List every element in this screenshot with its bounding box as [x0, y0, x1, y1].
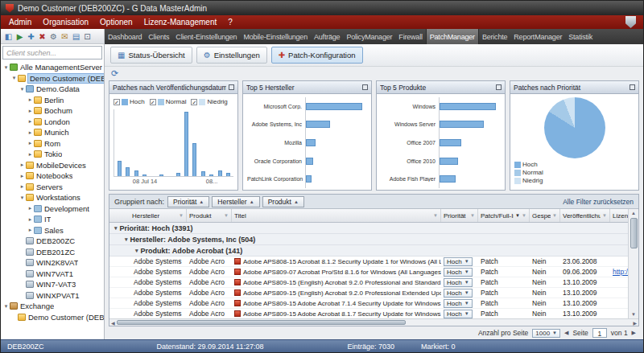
- column-header-gesperrt[interactable]: Gesperrt▼: [530, 209, 560, 222]
- tree-item-deb201zc[interactable]: DEB201ZC: [1, 247, 104, 258]
- table-row[interactable]: Adobe SystemsAdobe AcroAdobe APS809-15 A…: [109, 309, 628, 318]
- tree-expander-icon[interactable]: ▾: [2, 64, 10, 71]
- checkbox-icon[interactable]: ✓: [191, 99, 197, 105]
- scroll-down-icon[interactable]: ▼: [631, 310, 636, 318]
- column-header-lizenz-url[interactable]: Lizenz-Url▼: [610, 209, 628, 222]
- tree-expander-icon[interactable]: ▸: [19, 183, 26, 190]
- scroll-thumb[interactable]: [630, 218, 638, 248]
- tab-clients[interactable]: Clients: [145, 29, 172, 44]
- menu-item-lizenz-management[interactable]: Lizenz-Management: [138, 18, 223, 27]
- start-icon[interactable]: ▶: [14, 30, 25, 43]
- per-page-select[interactable]: 1000 ▼: [532, 329, 560, 338]
- table-row[interactable]: Adobe SystemsAdobe AcroAdobe APS808-15 A…: [109, 257, 628, 267]
- tree-item-alle-managementserver[interactable]: ▾Alle ManagementServer: [1, 62, 104, 73]
- column-header-hersteller[interactable]: Hersteller▼: [109, 209, 187, 222]
- table-row[interactable]: Adobe SystemsAdobe AcroAdobe APS809-15 (…: [109, 277, 628, 288]
- checkbox-icon[interactable]: ✓: [114, 99, 120, 105]
- tree-item-workstations[interactable]: ▾Workstations: [1, 192, 104, 203]
- filter-icon[interactable]: ▼: [179, 213, 184, 218]
- tree-item-demo-customer-deb200zc[interactable]: ▾Demo Customer (DEB200ZC): [1, 73, 104, 84]
- filter-icon[interactable]: ▼: [433, 213, 438, 218]
- tree-expander-icon[interactable]: ▾: [10, 75, 18, 81]
- group-expander-icon[interactable]: ▾: [114, 225, 118, 232]
- add-client-icon[interactable]: ✚: [26, 30, 36, 43]
- table-row[interactable]: Adobe SystemsAdobe AcroAdobe APS809-15 (…: [109, 288, 628, 298]
- tree-expander-icon[interactable]: ▸: [27, 227, 34, 233]
- tab-auftr-ge[interactable]: Aufträge: [311, 29, 343, 44]
- tree-item-win7-vat3[interactable]: WIN7-VAT3: [1, 279, 104, 290]
- tab-patchmanager[interactable]: PatchManager: [426, 29, 479, 44]
- prioritaet-dropdown[interactable]: Hoch▼: [444, 257, 473, 266]
- group-chip-priorit-t[interactable]: Priorität▲: [167, 196, 209, 207]
- prev-page-icon[interactable]: ◀: [564, 330, 568, 336]
- tree-item-win2k8vat[interactable]: WIN2K8VAT: [1, 257, 104, 269]
- filter-icon[interactable]: ▼: [602, 213, 607, 218]
- group-expander-icon[interactable]: ▾: [135, 248, 138, 254]
- tree-item-it[interactable]: ▸IT: [1, 214, 104, 225]
- tab-client-einstellungen[interactable]: Client-Einstellungen: [172, 29, 240, 44]
- tree-expander-icon[interactable]: ▸: [27, 205, 34, 211]
- column-header-priorit-t[interactable]: Priorität▼: [441, 209, 478, 222]
- maximize-icon[interactable]: [496, 84, 502, 90]
- tab-policymanager[interactable]: PolicyManager: [343, 29, 395, 44]
- column-header-produkt[interactable]: Produkt▼: [187, 209, 232, 222]
- tab-berichte[interactable]: Berichte: [479, 29, 510, 44]
- tree-item-berlin[interactable]: ▸Berlin: [1, 95, 104, 106]
- view-layout-icon[interactable]: ◧: [3, 30, 14, 43]
- tree-item-winxpvat1[interactable]: WINXPVAT1: [1, 290, 104, 302]
- legend-hoch[interactable]: ✓Hoch: [114, 98, 145, 105]
- maximize-icon[interactable]: [229, 84, 234, 90]
- legend-niedrig[interactable]: ✓Niedrig: [191, 98, 227, 105]
- tree-item-demo-customer-deb200zc[interactable]: Demo Customer (DEB200ZC): [1, 312, 104, 323]
- prioritaet-dropdown[interactable]: Hoch▼: [444, 310, 473, 318]
- tree-item-servers[interactable]: ▸Servers: [1, 182, 104, 193]
- status-bersicht-button[interactable]: ▦Status-Übersicht: [110, 47, 192, 64]
- tree-item-mobiledevices[interactable]: ▸MobileDevices: [1, 160, 104, 171]
- remove-client-icon[interactable]: ✖: [37, 30, 47, 43]
- tree-expander-icon[interactable]: ▸: [27, 216, 34, 223]
- tree-expander-icon[interactable]: ▸: [27, 129, 34, 136]
- tab-statistik[interactable]: Statistik: [565, 29, 596, 44]
- prioritaet-dropdown[interactable]: Hoch▼: [444, 289, 473, 298]
- next-page-icon[interactable]: ▶: [632, 330, 636, 336]
- tree-item-tokio[interactable]: ▸Tokio: [1, 149, 104, 160]
- scroll-up-icon[interactable]: ▲: [631, 209, 636, 217]
- page-input[interactable]: 1: [592, 328, 607, 338]
- horizontal-scrollbar[interactable]: ◀ ▶: [109, 318, 638, 326]
- tree-item-munich[interactable]: ▸Munich: [1, 127, 104, 138]
- report-icon[interactable]: ▤: [71, 30, 81, 43]
- menu-item-help[interactable]: ?: [222, 18, 238, 27]
- prioritaet-dropdown[interactable]: Hoch▼: [444, 278, 473, 287]
- tree-item-development[interactable]: ▸Development: [1, 203, 104, 215]
- tab-firewall[interactable]: Firewall: [395, 29, 425, 44]
- column-header-ver-ffentlichun[interactable]: Veröffentlichun▼: [560, 209, 610, 222]
- menu-item-admin[interactable]: Admin: [3, 18, 37, 27]
- tab-dashboard[interactable]: Dashboard: [105, 29, 145, 44]
- hscroll-thumb[interactable]: [117, 320, 406, 325]
- legend-normal[interactable]: ✓Normal: [150, 98, 187, 105]
- filter-icon[interactable]: ▼: [552, 213, 557, 218]
- group-expander-icon[interactable]: ▾: [125, 236, 128, 243]
- tree-expander-icon[interactable]: ▸: [27, 140, 34, 146]
- prioritaet-dropdown[interactable]: Hoch▼: [444, 299, 473, 308]
- einstellungen-button[interactable]: ⚙Einstellungen: [196, 47, 267, 64]
- refresh-icon[interactable]: ⟳: [111, 69, 118, 78]
- menu-item-optionen[interactable]: Optionen: [94, 18, 138, 27]
- table-row[interactable]: Adobe SystemsAdobe AcroAdobe APS809-15 A…: [109, 298, 628, 309]
- reset-filters-link[interactable]: Alle Filter zurücksetzen: [563, 198, 634, 206]
- filter-icon[interactable]: ▼: [224, 213, 229, 218]
- column-header-patch-full-installer[interactable]: Patch/Full-Installer▼▼: [478, 209, 530, 222]
- prioritaet-dropdown[interactable]: Hoch▼: [444, 268, 473, 277]
- overview-icon[interactable]: ⊡: [82, 30, 93, 43]
- maximize-icon[interactable]: [630, 84, 635, 90]
- tree-item-rom[interactable]: ▸Rom: [1, 138, 104, 150]
- tree-item-sales[interactable]: ▸Sales: [1, 225, 104, 236]
- tree-expander-icon[interactable]: ▸: [27, 118, 34, 125]
- tree-expander-icon[interactable]: ▾: [19, 86, 26, 92]
- menu-item-organisation[interactable]: Organisation: [37, 18, 94, 27]
- tree-expander-icon[interactable]: ▸: [27, 108, 34, 114]
- group-row-hersteller-adobe-systems-inc-504[interactable]: ▾Hersteller: Adobe Systems, Inc (504): [109, 234, 628, 245]
- tree-item-deb200zc[interactable]: DEB200ZC: [1, 236, 104, 247]
- maximize-icon[interactable]: [362, 84, 368, 90]
- client-search-input[interactable]: [2, 46, 102, 60]
